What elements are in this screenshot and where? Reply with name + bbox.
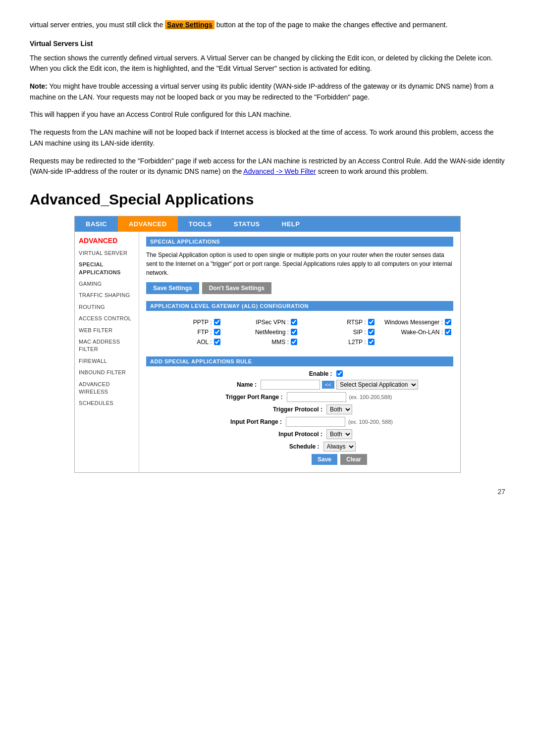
input-protocol-label: Input Protocol : xyxy=(247,431,326,438)
trigger-port-input[interactable] xyxy=(287,392,346,402)
advanced-web-filter-link[interactable]: Advanced -> Web Filter xyxy=(243,167,316,175)
alg-rtsp-label: RTSP : xyxy=(347,319,366,326)
trigger-port-label: Trigger Port Range : xyxy=(208,394,287,401)
enable-row: Enable : xyxy=(146,370,453,377)
alg-ipsec-checkbox[interactable] xyxy=(291,319,297,325)
alg-pptp: PPTP : xyxy=(148,319,220,326)
chevron-button[interactable]: << xyxy=(322,381,334,389)
intro-section: virtual server entries, you must still c… xyxy=(30,20,505,177)
name-input[interactable] xyxy=(261,380,320,390)
sidebar-item-routing[interactable]: ROUTING xyxy=(75,302,139,313)
alg-mms: MMS : xyxy=(225,339,298,346)
alg-ftp: FTP : xyxy=(148,329,220,336)
alg-l2tp-label: L2TP : xyxy=(348,339,366,346)
input-protocol-control: Both TCP UDP xyxy=(326,429,352,439)
page-number: 27 xyxy=(30,488,505,496)
sidebar-item-virtual-server[interactable]: VIRTUAL SERVER xyxy=(75,248,139,259)
schedule-label: Schedule : xyxy=(244,443,323,450)
name-row: Name : << Select Special Application xyxy=(146,380,453,390)
sidebar-item-firewall[interactable]: FIREWALL xyxy=(75,355,139,367)
trigger-protocol-label: Trigger Protocol : xyxy=(247,406,326,413)
alg-sip-label: SIP : xyxy=(353,329,366,336)
alg-netmeeting-checkbox[interactable] xyxy=(291,329,297,335)
alg-mms-label: MMS : xyxy=(271,339,289,346)
sidebar-item-access-control[interactable]: ACCESS CONTROL xyxy=(75,313,139,324)
special-applications-buttons: Save Settings Don't Save Settings xyxy=(146,282,453,294)
input-port-hint: (ex. 100-200, 588) xyxy=(348,419,393,425)
sidebar-item-traffic-shaping[interactable]: TRAFFIC SHAPING xyxy=(75,290,139,301)
sidebar-brand: ADVANCED xyxy=(75,235,139,248)
sidebar-item-advanced-wireless[interactable]: ADVANCED WIRELESS xyxy=(75,379,139,398)
sidebar: ADVANCED VIRTUAL SERVER SPECIAL APPLICAT… xyxy=(75,232,139,472)
dont-save-settings-button[interactable]: Don't Save Settings xyxy=(202,282,271,294)
schedule-row: Schedule : Always Never xyxy=(146,442,453,452)
input-port-control: (ex. 100-200, 588) xyxy=(286,417,393,427)
special-applications-section: SPECIAL APPLICATIONS The Special Applica… xyxy=(146,237,453,294)
schedule-control: Always Never xyxy=(323,442,356,452)
alg-netmeeting-label: NetMeeting : xyxy=(255,329,289,336)
schedule-select[interactable]: Always Never xyxy=(323,442,356,452)
para4: The requests from the LAN machine will n… xyxy=(30,127,505,149)
save-settings-button[interactable]: Save Settings xyxy=(146,282,199,294)
alg-rtsp-checkbox[interactable] xyxy=(368,319,374,325)
alg-aol: AOL : xyxy=(148,339,220,346)
note-label: Note: xyxy=(30,82,48,90)
alg-aol-label: AOL : xyxy=(197,339,212,346)
alg-ftp-label: FTP : xyxy=(197,329,212,336)
virtual-servers-heading: Virtual Servers List xyxy=(30,39,505,49)
intro-para1: virtual server entries, you must still c… xyxy=(30,20,505,31)
nav-advanced[interactable]: Advanced xyxy=(118,216,178,232)
rule-save-button[interactable]: Save xyxy=(312,454,337,465)
input-protocol-row: Input Protocol : Both TCP UDP xyxy=(146,429,453,439)
virtual-servers-desc: The section shows the currently defined … xyxy=(30,53,505,74)
enable-checkbox[interactable] xyxy=(336,370,343,377)
add-rule-section: ADD SPECIAL APPLICATIONS RULE Enable : N… xyxy=(146,356,453,465)
nav-status[interactable]: Status xyxy=(223,216,271,232)
alg-pptp-label: PPTP : xyxy=(193,319,212,326)
alg-ftp-checkbox[interactable] xyxy=(214,329,220,335)
sidebar-item-gaming[interactable]: GAMING xyxy=(75,278,139,290)
alg-empty-cell xyxy=(379,339,452,346)
alg-wol: Wake-On-LAN : xyxy=(379,329,452,336)
note-text: You might have trouble accessing a virtu… xyxy=(30,82,493,101)
trigger-port-row: Trigger Port Range : (ex. 100-200,588) xyxy=(146,392,453,402)
select-special-application[interactable]: Select Special Application xyxy=(336,380,418,390)
trigger-protocol-select[interactable]: Both TCP UDP xyxy=(326,404,352,414)
alg-l2tp-checkbox[interactable] xyxy=(368,339,374,345)
sidebar-item-mac-address-filter[interactable]: MAC ADDRESS FILTER xyxy=(75,336,139,355)
rule-clear-button[interactable]: Clear xyxy=(340,454,367,465)
alg-ipsec-label: IPSec VPN : xyxy=(256,319,289,326)
nav-help[interactable]: Help xyxy=(271,216,311,232)
alg-header: APPLICATION LEVEL GATEWAY (ALG) CONFIGUR… xyxy=(146,301,453,311)
note-para: Note: You might have trouble accessing a… xyxy=(30,81,505,102)
add-rule-header: ADD SPECIAL APPLICATIONS RULE xyxy=(146,356,453,366)
page-title: Advanced_Special Applications xyxy=(30,191,505,208)
alg-wol-label: Wake-On-LAN : xyxy=(401,329,443,336)
sidebar-item-special-applications[interactable]: SPECIAL APPLICATIONS xyxy=(75,259,139,278)
trigger-protocol-control: Both TCP UDP xyxy=(326,404,352,414)
alg-grid: PPTP : IPSec VPN : RTSP : Windows Messen… xyxy=(146,315,453,350)
alg-winmsg-checkbox[interactable] xyxy=(445,319,451,325)
input-port-row: Input Port Range : (ex. 100-200, 588) xyxy=(146,417,453,427)
input-protocol-select[interactable]: Both TCP UDP xyxy=(326,429,352,439)
alg-sip: SIP : xyxy=(302,329,374,336)
sidebar-item-web-filter[interactable]: WEB FILTER xyxy=(75,325,139,336)
sidebar-item-schedules[interactable]: SCHEDULES xyxy=(75,398,139,409)
alg-sip-checkbox[interactable] xyxy=(368,329,374,335)
nav-tools[interactable]: Tools xyxy=(178,216,223,232)
alg-pptp-checkbox[interactable] xyxy=(214,319,220,325)
input-port-label: Input Port Range : xyxy=(207,418,286,425)
input-port-input[interactable] xyxy=(286,417,345,427)
sidebar-item-inbound-filter[interactable]: INBOUND FILTER xyxy=(75,367,139,378)
nav-basic[interactable]: Basic xyxy=(75,216,118,232)
alg-mms-checkbox[interactable] xyxy=(291,339,297,345)
alg-winmsg-label: Windows Messenger : xyxy=(384,319,443,326)
alg-aol-checkbox[interactable] xyxy=(214,339,220,345)
trigger-protocol-row: Trigger Protocol : Both TCP UDP xyxy=(146,404,453,414)
intro-para1-text: virtual server entries, you must still c… xyxy=(30,21,165,29)
alg-wol-checkbox[interactable] xyxy=(445,329,451,335)
save-settings-inline[interactable]: Save Settings xyxy=(165,20,214,29)
router-ui: Basic Advanced Tools Status Help ADVANCE… xyxy=(74,216,461,473)
special-applications-desc: The Special Application option is used t… xyxy=(146,251,453,277)
alg-netmeeting: NetMeeting : xyxy=(225,329,298,336)
